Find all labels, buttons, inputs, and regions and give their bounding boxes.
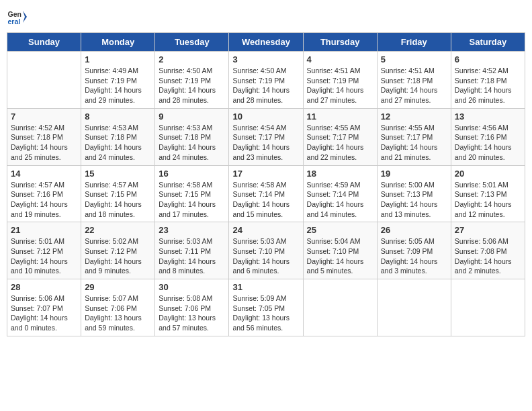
day-info: Sunrise: 4:51 AM Sunset: 7:18 PM Dayligh… [381, 66, 447, 105]
day-cell [303, 279, 377, 336]
day-number: 30 [159, 282, 225, 292]
day-cell: 1Sunrise: 4:49 AM Sunset: 7:19 PM Daylig… [81, 52, 155, 109]
day-number: 27 [455, 225, 521, 235]
day-info: Sunrise: 5:06 AM Sunset: 7:08 PM Dayligh… [455, 236, 521, 276]
day-info: Sunrise: 5:08 AM Sunset: 7:06 PM Dayligh… [159, 293, 225, 333]
day-number: 31 [232, 282, 299, 292]
day-info: Sunrise: 4:57 AM Sunset: 7:16 PM Dayligh… [11, 180, 77, 220]
day-info: Sunrise: 4:57 AM Sunset: 7:15 PM Dayligh… [85, 180, 151, 220]
calendar: SundayMondayTuesdayWednesdayThursdayFrid… [7, 32, 525, 336]
day-info: Sunrise: 5:07 AM Sunset: 7:06 PM Dayligh… [85, 293, 151, 333]
day-number: 10 [232, 111, 299, 122]
header: Gen eral [7, 7, 525, 27]
day-number: 2 [159, 54, 225, 64]
day-cell: 18Sunrise: 4:59 AM Sunset: 7:14 PM Dayli… [303, 165, 377, 222]
day-cell: 21Sunrise: 5:01 AM Sunset: 7:12 PM Dayli… [7, 222, 81, 279]
day-number: 16 [159, 169, 225, 179]
day-info: Sunrise: 4:56 AM Sunset: 7:16 PM Dayligh… [455, 123, 521, 163]
day-cell: 31Sunrise: 5:09 AM Sunset: 7:05 PM Dayli… [229, 279, 303, 336]
day-number: 12 [381, 111, 447, 122]
day-info: Sunrise: 4:52 AM Sunset: 7:18 PM Dayligh… [11, 123, 77, 163]
day-number: 23 [159, 225, 225, 235]
day-cell: 14Sunrise: 4:57 AM Sunset: 7:16 PM Dayli… [7, 165, 81, 222]
day-info: Sunrise: 4:54 AM Sunset: 7:17 PM Dayligh… [232, 123, 299, 163]
weekday-header: Saturday [451, 33, 525, 52]
week-row: 28Sunrise: 5:06 AM Sunset: 7:07 PM Dayli… [7, 279, 525, 336]
day-info: Sunrise: 5:01 AM Sunset: 7:13 PM Dayligh… [455, 180, 521, 220]
day-number: 15 [85, 169, 151, 179]
day-cell: 11Sunrise: 4:55 AM Sunset: 7:17 PM Dayli… [303, 108, 377, 165]
day-info: Sunrise: 4:53 AM Sunset: 7:18 PM Dayligh… [159, 123, 225, 163]
day-cell: 6Sunrise: 4:52 AM Sunset: 7:18 PM Daylig… [451, 52, 525, 109]
day-cell: 27Sunrise: 5:06 AM Sunset: 7:08 PM Dayli… [451, 222, 525, 279]
day-info: Sunrise: 4:55 AM Sunset: 7:17 PM Dayligh… [381, 123, 447, 163]
day-number: 24 [232, 225, 299, 235]
day-cell: 19Sunrise: 5:00 AM Sunset: 7:13 PM Dayli… [377, 165, 451, 222]
day-cell: 8Sunrise: 4:53 AM Sunset: 7:18 PM Daylig… [81, 108, 155, 165]
day-cell: 23Sunrise: 5:03 AM Sunset: 7:11 PM Dayli… [155, 222, 229, 279]
day-info: Sunrise: 5:03 AM Sunset: 7:11 PM Dayligh… [159, 236, 225, 276]
day-cell: 28Sunrise: 5:06 AM Sunset: 7:07 PM Dayli… [7, 279, 81, 336]
day-info: Sunrise: 5:00 AM Sunset: 7:13 PM Dayligh… [381, 180, 447, 220]
weekday-header: Tuesday [155, 33, 229, 52]
day-cell: 22Sunrise: 5:02 AM Sunset: 7:12 PM Dayli… [81, 222, 155, 279]
logo-icon: Gen eral [7, 7, 27, 27]
day-cell [7, 52, 81, 109]
day-number: 13 [455, 111, 521, 122]
day-info: Sunrise: 4:59 AM Sunset: 7:14 PM Dayligh… [307, 180, 373, 220]
weekday-header: Sunday [7, 33, 81, 52]
week-row: 1Sunrise: 4:49 AM Sunset: 7:19 PM Daylig… [7, 52, 525, 109]
day-cell: 2Sunrise: 4:50 AM Sunset: 7:19 PM Daylig… [155, 52, 229, 109]
day-number: 14 [11, 169, 77, 179]
day-cell: 25Sunrise: 5:04 AM Sunset: 7:10 PM Dayli… [303, 222, 377, 279]
day-cell: 10Sunrise: 4:54 AM Sunset: 7:17 PM Dayli… [229, 108, 303, 165]
day-number: 20 [455, 169, 521, 179]
day-cell: 9Sunrise: 4:53 AM Sunset: 7:18 PM Daylig… [155, 108, 229, 165]
day-number: 8 [85, 111, 151, 122]
day-cell: 24Sunrise: 5:03 AM Sunset: 7:10 PM Dayli… [229, 222, 303, 279]
day-number: 25 [307, 225, 373, 235]
week-row: 21Sunrise: 5:01 AM Sunset: 7:12 PM Dayli… [7, 222, 525, 279]
weekday-header: Monday [81, 33, 155, 52]
day-info: Sunrise: 5:02 AM Sunset: 7:12 PM Dayligh… [85, 236, 151, 276]
day-cell: 7Sunrise: 4:52 AM Sunset: 7:18 PM Daylig… [7, 108, 81, 165]
day-number: 19 [381, 169, 447, 179]
day-cell: 17Sunrise: 4:58 AM Sunset: 7:14 PM Dayli… [229, 165, 303, 222]
day-number: 5 [381, 54, 447, 64]
day-info: Sunrise: 4:58 AM Sunset: 7:14 PM Dayligh… [232, 180, 299, 220]
day-number: 3 [232, 54, 299, 64]
day-number: 22 [85, 225, 151, 235]
day-info: Sunrise: 5:03 AM Sunset: 7:10 PM Dayligh… [232, 236, 299, 276]
day-info: Sunrise: 5:04 AM Sunset: 7:10 PM Dayligh… [307, 236, 373, 276]
day-info: Sunrise: 4:55 AM Sunset: 7:17 PM Dayligh… [307, 123, 373, 163]
day-info: Sunrise: 5:09 AM Sunset: 7:05 PM Dayligh… [232, 293, 299, 333]
day-cell: 16Sunrise: 4:58 AM Sunset: 7:15 PM Dayli… [155, 165, 229, 222]
day-info: Sunrise: 5:06 AM Sunset: 7:07 PM Dayligh… [11, 293, 77, 333]
day-number: 11 [307, 111, 373, 122]
day-cell: 30Sunrise: 5:08 AM Sunset: 7:06 PM Dayli… [155, 279, 229, 336]
weekday-header: Thursday [303, 33, 377, 52]
logo: Gen eral [7, 7, 30, 27]
day-cell [451, 279, 525, 336]
weekday-header: Wednesday [229, 33, 303, 52]
day-info: Sunrise: 4:52 AM Sunset: 7:18 PM Dayligh… [455, 66, 521, 105]
day-cell: 5Sunrise: 4:51 AM Sunset: 7:18 PM Daylig… [377, 52, 451, 109]
day-cell: 29Sunrise: 5:07 AM Sunset: 7:06 PM Dayli… [81, 279, 155, 336]
day-number: 7 [11, 111, 77, 122]
day-cell: 3Sunrise: 4:50 AM Sunset: 7:19 PM Daylig… [229, 52, 303, 109]
day-number: 18 [307, 169, 373, 179]
day-number: 26 [381, 225, 447, 235]
day-info: Sunrise: 4:51 AM Sunset: 7:19 PM Dayligh… [307, 66, 373, 105]
day-info: Sunrise: 4:58 AM Sunset: 7:15 PM Dayligh… [159, 180, 225, 220]
svg-marker-2 [23, 11, 27, 23]
day-number: 29 [85, 282, 151, 292]
day-info: Sunrise: 5:05 AM Sunset: 7:09 PM Dayligh… [381, 236, 447, 276]
day-info: Sunrise: 5:01 AM Sunset: 7:12 PM Dayligh… [11, 236, 77, 276]
day-cell: 20Sunrise: 5:01 AM Sunset: 7:13 PM Dayli… [451, 165, 525, 222]
day-number: 9 [159, 111, 225, 122]
day-number: 1 [85, 54, 151, 64]
day-number: 28 [11, 282, 77, 292]
week-row: 7Sunrise: 4:52 AM Sunset: 7:18 PM Daylig… [7, 108, 525, 165]
day-info: Sunrise: 4:49 AM Sunset: 7:19 PM Dayligh… [85, 66, 151, 105]
day-cell [377, 279, 451, 336]
